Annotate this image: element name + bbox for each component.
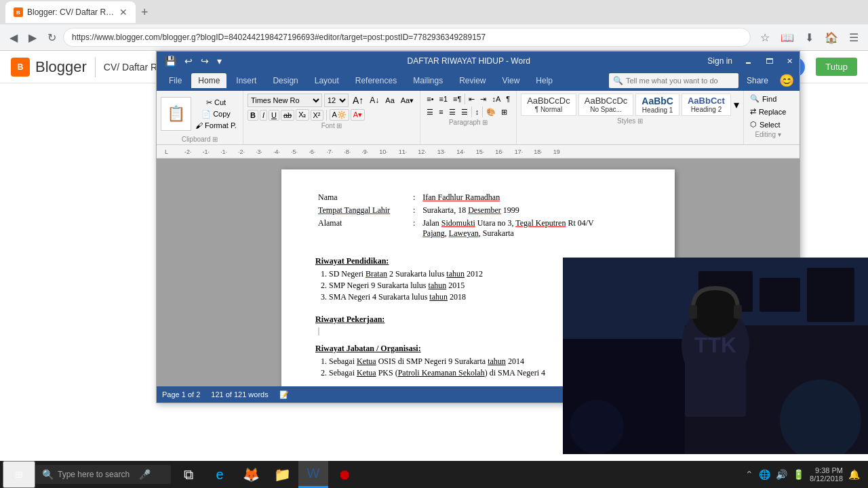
bookmark-button[interactable]: ☆ bbox=[756, 28, 774, 47]
volume-icon[interactable]: 🔊 bbox=[776, 469, 787, 480]
battery-icon[interactable]: 🔋 bbox=[793, 469, 804, 480]
align-left-button[interactable]: ☰ bbox=[425, 107, 435, 117]
word-minimize-button[interactable]: 🗕 bbox=[738, 52, 759, 70]
tab-design[interactable]: Design bbox=[266, 73, 304, 88]
taskbar-search[interactable]: 🔍 Type here to search 🎤 bbox=[35, 465, 171, 484]
tab-review[interactable]: Review bbox=[452, 73, 492, 88]
word-sign-in-button[interactable]: Sign in bbox=[707, 56, 732, 66]
ribbon-content: 📋 ✂ Cut 📄 Copy 🖌 Format P. Clipboard ⊞ bbox=[157, 91, 800, 145]
numbering-button[interactable]: ≡1 bbox=[437, 94, 450, 104]
taskbar-task-view[interactable]: ⧉ bbox=[174, 461, 203, 488]
bullets-button[interactable]: ≡• bbox=[425, 94, 435, 104]
network-icon[interactable]: 🌐 bbox=[759, 469, 770, 480]
word-ribbon: File Home Insert Design Layout Reference… bbox=[157, 70, 800, 145]
page-indicator: Page 1 of 2 bbox=[162, 390, 200, 399]
font-size-select[interactable]: 12 bbox=[324, 94, 349, 107]
select-button[interactable]: ⬡ Select bbox=[748, 119, 788, 129]
tab-mailings[interactable]: Mailings bbox=[406, 73, 450, 88]
forward-button[interactable]: ▶ bbox=[24, 28, 41, 47]
line-spacing-button[interactable]: ↕ bbox=[473, 107, 481, 117]
tab-file[interactable]: File bbox=[162, 73, 189, 88]
font-name-select[interactable]: Times New Ro bbox=[248, 94, 322, 107]
italic-button[interactable]: I bbox=[260, 110, 267, 121]
tab-references[interactable]: References bbox=[349, 73, 403, 88]
replace-button[interactable]: ⇄ Replace bbox=[748, 106, 788, 117]
word-maximize-button[interactable]: 🗖 bbox=[759, 52, 780, 70]
text-color-button[interactable]: A▾ bbox=[351, 109, 365, 121]
tell-me-input[interactable] bbox=[626, 77, 734, 85]
browser-chrome: B Blogger: CV/ Daftar Riway... ✕ + ◀ ▶ ↻… bbox=[0, 0, 868, 51]
word-redo-button[interactable]: ↪ bbox=[198, 54, 212, 68]
find-button[interactable]: 🔍 Find bbox=[748, 94, 788, 104]
taskbar-media[interactable]: ⏺ bbox=[330, 461, 359, 488]
clipboard-buttons: 📋 ✂ Cut 📄 Copy 🖌 Format P. bbox=[161, 94, 239, 134]
ribbon-group-styles: AaBbCcDc ¶ Normal AaBbCcDc No Spac... Aa… bbox=[517, 91, 744, 144]
show-formatting-button[interactable]: ¶ bbox=[504, 94, 512, 104]
sort-button[interactable]: ↕A bbox=[490, 94, 502, 104]
style-heading1[interactable]: AaBbC Heading 1 bbox=[635, 94, 679, 116]
tab-close-button[interactable]: ✕ bbox=[119, 7, 127, 18]
word-save-button[interactable]: 💾 bbox=[162, 54, 179, 68]
align-center-button[interactable]: ≡ bbox=[437, 107, 445, 117]
new-tab-button[interactable]: + bbox=[141, 5, 149, 20]
tab-insert[interactable]: Insert bbox=[229, 73, 263, 88]
justify-button[interactable]: ☰ bbox=[459, 107, 470, 117]
underline-button[interactable]: U bbox=[269, 110, 279, 121]
download-button[interactable]: ⬇ bbox=[801, 28, 818, 47]
tab-layout[interactable]: Layout bbox=[308, 73, 346, 88]
taskbar-word[interactable]: W bbox=[298, 461, 328, 488]
tutup-button[interactable]: Tutup bbox=[816, 58, 857, 76]
paste-button[interactable]: 📋 bbox=[161, 97, 191, 131]
styles-expand-button[interactable]: ▾ bbox=[734, 98, 739, 111]
taskbar-firefox[interactable]: 🦊 bbox=[236, 461, 266, 488]
taskbar-files[interactable]: 📁 bbox=[267, 461, 297, 488]
home-button[interactable]: 🏠 bbox=[821, 28, 842, 47]
ribbon-group-clipboard: 📋 ✂ Cut 📄 Copy 🖌 Format P. Clipboard ⊞ bbox=[157, 91, 243, 144]
shading-button[interactable]: 🎨 bbox=[484, 107, 498, 117]
taskbar-edge[interactable]: e bbox=[205, 461, 235, 488]
browser-tab-active[interactable]: B Blogger: CV/ Daftar Riway... ✕ bbox=[5, 1, 136, 23]
files-icon: 📁 bbox=[274, 466, 291, 483]
style-normal[interactable]: AaBbCcDc ¶ Normal bbox=[521, 94, 576, 116]
change-case-button[interactable]: Aa▾ bbox=[399, 96, 416, 106]
reader-button[interactable]: 📖 bbox=[776, 28, 798, 47]
editing-label: Editing ▾ bbox=[748, 131, 788, 138]
word-qa-dropdown[interactable]: ▾ bbox=[214, 54, 224, 68]
bold-button[interactable]: B bbox=[248, 110, 258, 121]
increase-indent-button[interactable]: ⇥ bbox=[478, 94, 488, 104]
start-button[interactable]: ⊞ bbox=[3, 461, 35, 488]
back-button[interactable]: ◀ bbox=[5, 28, 22, 47]
word-undo-button[interactable]: ↩ bbox=[182, 54, 195, 68]
url-bar[interactable] bbox=[63, 28, 751, 47]
blogger-app-name: Blogger bbox=[35, 58, 87, 76]
superscript-button[interactable]: X² bbox=[311, 110, 323, 121]
blogger-favicon-icon: B bbox=[11, 58, 30, 77]
notification-center-icon[interactable]: 🔔 bbox=[848, 469, 860, 480]
menu-button[interactable]: ☰ bbox=[845, 28, 863, 47]
refresh-button[interactable]: ↻ bbox=[43, 28, 60, 47]
tab-help[interactable]: Help bbox=[529, 73, 559, 88]
multilevel-list-button[interactable]: ≡¶ bbox=[451, 94, 463, 104]
tab-view[interactable]: View bbox=[496, 73, 527, 88]
increase-font-button[interactable]: A↑ bbox=[351, 94, 366, 106]
tray-expand-icon[interactable]: ⌃ bbox=[745, 469, 753, 480]
tab-home[interactable]: Home bbox=[191, 73, 226, 88]
decrease-indent-button[interactable]: ⇤ bbox=[467, 94, 477, 104]
copy-button[interactable]: 📄 Copy bbox=[193, 109, 239, 119]
strikethrough-button[interactable]: ab bbox=[281, 110, 294, 121]
align-right-button[interactable]: ☰ bbox=[447, 107, 458, 117]
system-clock[interactable]: 9:38 PM 8/12/2018 bbox=[810, 466, 843, 483]
format-painter-button[interactable]: 🖌 Format P. bbox=[193, 121, 239, 130]
borders-button[interactable]: ⊞ bbox=[499, 107, 509, 117]
cut-button[interactable]: ✂ Cut bbox=[193, 98, 239, 108]
subscript-button[interactable]: X₂ bbox=[296, 109, 309, 121]
text-highlight-button[interactable]: A🔆 bbox=[330, 109, 349, 121]
table-row: Tempat Tanggal Lahir : Surakarta, 18 Des… bbox=[315, 204, 641, 217]
clear-format-button[interactable]: Aa bbox=[383, 96, 396, 105]
decrease-font-button[interactable]: A↓ bbox=[368, 95, 381, 106]
share-button[interactable]: Share bbox=[741, 75, 774, 87]
nama-label: Nama bbox=[315, 191, 410, 204]
style-no-spacing[interactable]: AaBbCcDc No Spac... bbox=[578, 94, 634, 116]
word-close-button[interactable]: ✕ bbox=[780, 52, 800, 70]
style-heading2[interactable]: AaBbCct Heading 2 bbox=[682, 94, 731, 116]
